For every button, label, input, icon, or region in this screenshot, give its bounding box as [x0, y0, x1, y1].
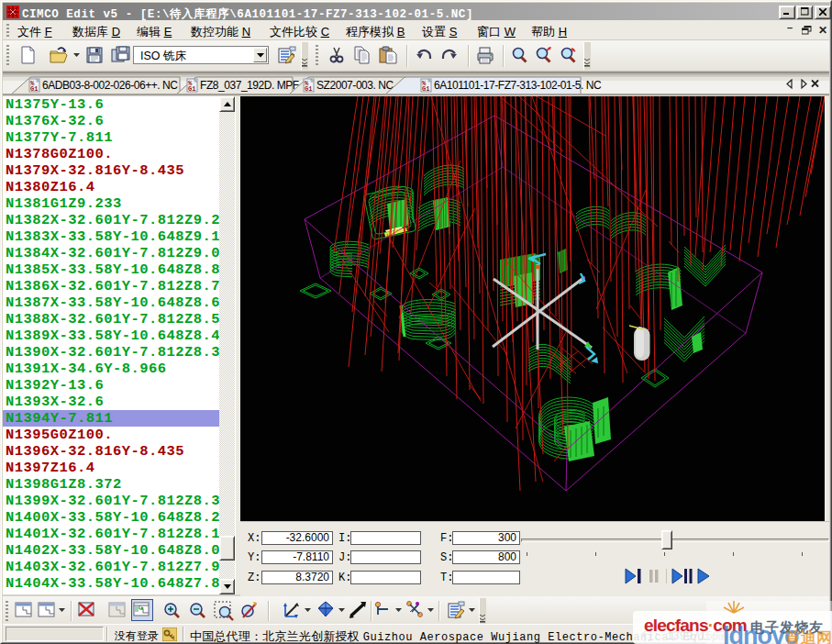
svg-text:SZ2007-003. NC: SZ2007-003. NC [316, 79, 394, 92]
svg-text:FZ8_037_192D. MPF: FZ8_037_192D. MPF [200, 79, 299, 92]
svg-text:6ADB03-8-002-026-06++. NC: 6ADB03-8-002-026-06++. NC [42, 79, 178, 92]
svg-text:G1: G1 [422, 85, 429, 93]
svg-text:G1: G1 [305, 85, 312, 93]
svg-text:G1: G1 [30, 85, 38, 93]
svg-text:6A101101-17-FZ7-313-102-01-5.: 6A101101-17-FZ7-313-102-01-5. NC [434, 79, 602, 92]
svg-text:G1: G1 [188, 85, 195, 93]
